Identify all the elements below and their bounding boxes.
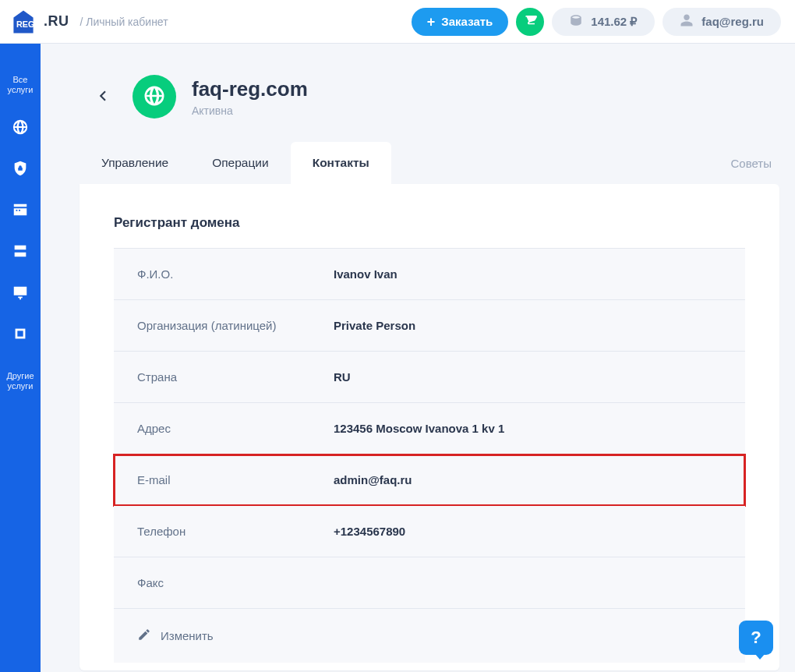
row-phone: Телефон +1234567890 <box>114 506 745 557</box>
row-label: Телефон <box>137 525 334 538</box>
main-content: faq-reg.com Активна Управление Операции … <box>41 44 795 672</box>
server-icon <box>12 242 29 262</box>
sidebar-item-sites[interactable] <box>0 190 41 232</box>
breadcrumb[interactable]: / Личный кабинет <box>80 16 168 28</box>
sidebar-item-ssl[interactable] <box>0 149 41 190</box>
row-email: E-mail admin@faq.ru <box>114 454 745 506</box>
pencil-icon <box>137 628 151 644</box>
question-icon: ? <box>751 628 761 648</box>
sidebar-item-other-services[interactable]: Другие услуги <box>0 355 41 404</box>
tabs-row: Управление Операции Контакты Советы <box>41 142 795 184</box>
row-label: Ф.И.О. <box>137 267 334 281</box>
plus-icon: + <box>427 15 436 29</box>
row-label: Факс <box>137 576 334 589</box>
row-value: Private Person <box>334 319 415 332</box>
row-fax: Факс <box>114 557 745 609</box>
sidebar-item-label: Все услуги <box>8 75 34 95</box>
cart-button[interactable] <box>516 8 544 36</box>
row-value: +1234567890 <box>334 525 405 538</box>
domain-status: Активна <box>192 104 308 117</box>
tips-link[interactable]: Советы <box>708 143 795 184</box>
sidebar-item-dedicated[interactable] <box>0 314 41 355</box>
sidebar-item-domains[interactable] <box>0 108 41 149</box>
sidebar-item-hosting[interactable] <box>0 232 41 273</box>
tab-management[interactable]: Управление <box>80 142 190 184</box>
domain-title: faq-reg.com <box>192 77 308 101</box>
row-fullname: Ф.И.О. Ivanov Ivan <box>114 248 745 300</box>
row-value: 123456 Moscow Ivanova 1 kv 1 <box>334 422 504 435</box>
account-email: faq@reg.ru <box>701 15 764 28</box>
balance-pill[interactable]: 141.62 ₽ <box>552 8 655 36</box>
edit-button-label: Изменить <box>161 629 214 642</box>
account-pill[interactable]: faq@reg.ru <box>662 8 781 36</box>
row-org: Организация (латиницей) Private Person <box>114 300 745 352</box>
sidebar-item-vps[interactable] <box>0 273 41 314</box>
monitor-icon <box>12 284 29 303</box>
page-head: faq-reg.com Активна <box>41 44 795 142</box>
order-button-label: Заказать <box>441 15 493 28</box>
shield-lock-icon <box>12 160 29 179</box>
row-label: E-mail <box>137 473 334 486</box>
row-label: Страна <box>137 370 334 384</box>
svg-text:REG: REG <box>16 19 34 29</box>
row-country: Страна RU <box>114 352 745 403</box>
sidebar: Все услуги Другие услуги <box>0 44 41 672</box>
row-value: RU <box>334 370 351 384</box>
globe-icon <box>143 84 166 110</box>
logo-region[interactable]: REG .RU / Личный кабинет <box>0 8 168 36</box>
cart-icon <box>523 13 537 30</box>
domain-badge <box>132 75 176 118</box>
box-icon <box>12 325 29 345</box>
info-table: Ф.И.О. Ivanov Ivan Организация (латинице… <box>114 248 745 663</box>
order-button[interactable]: + Заказать <box>412 8 508 36</box>
sidebar-item-all-services[interactable]: Все услуги <box>0 59 41 108</box>
row-label: Адрес <box>137 422 334 435</box>
row-value: admin@faq.ru <box>334 473 412 486</box>
section-title: Регистрант домена <box>114 215 745 231</box>
row-address: Адрес 123456 Moscow Ivanova 1 kv 1 <box>114 403 745 454</box>
logo-icon: REG <box>9 8 37 36</box>
help-fab[interactable]: ? <box>739 621 773 655</box>
back-button[interactable] <box>87 85 117 109</box>
sidebar-item-label: Другие услуги <box>6 371 34 391</box>
tab-contacts[interactable]: Контакты <box>291 142 391 184</box>
svg-rect-1 <box>17 331 23 336</box>
coins-icon <box>569 13 583 30</box>
row-value: Ivanov Ivan <box>334 267 398 281</box>
edit-button[interactable]: Изменить <box>114 609 745 663</box>
contacts-card: Регистрант домена Ф.И.О. Ivanov Ivan Орг… <box>80 184 779 670</box>
window-grid-icon <box>12 201 29 221</box>
tab-operations[interactable]: Операции <box>190 142 291 184</box>
balance-value: 141.62 ₽ <box>591 15 638 29</box>
topbar: REG .RU / Личный кабинет + Заказать 141.… <box>0 0 795 44</box>
user-icon <box>680 13 694 30</box>
row-label: Организация (латиницей) <box>137 319 334 332</box>
logo-text: .RU <box>44 13 69 30</box>
chevron-left-icon <box>92 97 112 108</box>
globe-icon <box>12 118 29 138</box>
